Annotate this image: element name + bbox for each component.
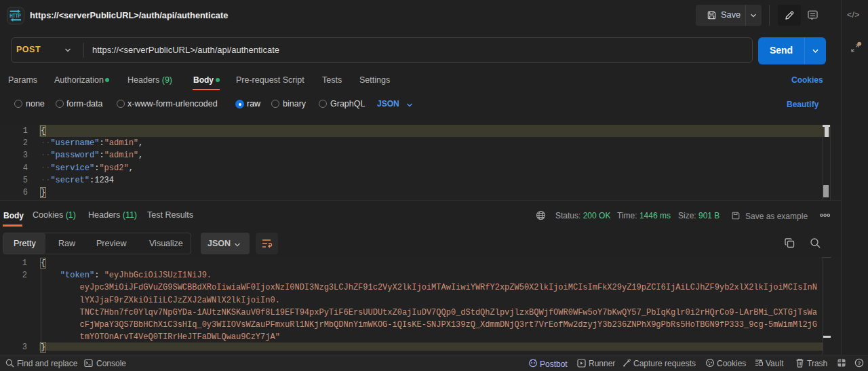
svg-text:?: ? <box>858 360 861 366</box>
svg-text:HTTP: HTTP <box>9 12 21 19</box>
